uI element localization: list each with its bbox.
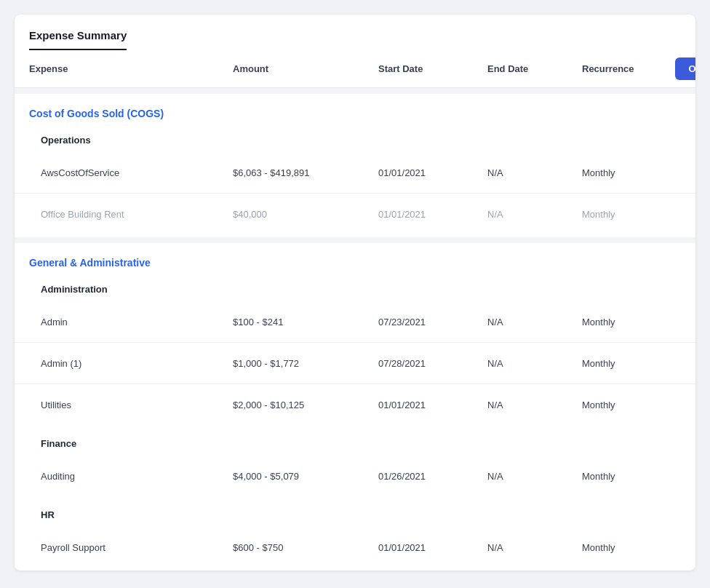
table-header: Expense Amount Start Date End Date Recur… [15,50,695,88]
recurrence: Monthly [582,317,695,327]
table-row: Payroll Support $600 - $750 01/01/2021 N… [15,527,695,568]
amount: $600 - $750 [233,542,378,553]
amount: $2,000 - $10,125 [233,400,378,410]
recurrence: Monthly [582,471,695,482]
expense-name: Office Building Rent [29,209,233,220]
hr-header: HR [15,499,695,527]
amount: $40,000 [233,209,378,220]
expense-name: Auditing [29,471,233,482]
table-row: Admin $100 - $241 07/23/2021 N/A Monthly… [15,301,695,343]
subcategory-administration: Administration Admin $100 - $241 07/23/2… [15,274,695,425]
finance-title: Finance [41,438,76,449]
end-date: N/A [487,317,582,327]
category-ga: General & Administrative Administration … [15,243,695,568]
amount: $1,000 - $1,772 [233,358,378,369]
start-date: 01/01/2021 [378,542,487,553]
recurrence: Monthly [582,358,695,369]
ga-title: General & Administrative [29,257,151,269]
cogs-title: Cost of Goods Sold (COGS) [29,108,164,119]
start-date: 01/01/2021 [378,400,487,410]
expense-summary-card: Expense Summary Expense Amount Start Dat… [15,15,695,571]
subcategory-hr: HR Payroll Support $600 - $750 01/01/202… [15,499,695,568]
table-row: Utilities $2,000 - $10,125 01/01/2021 N/… [15,384,695,425]
section-divider-ga [15,237,695,243]
table-row: AwsCostOfService $6,063 - $419,891 01/01… [15,152,695,194]
amount: $4,000 - $5,079 [233,471,378,482]
hr-title: HR [41,509,55,520]
table-row: Auditing $4,000 - $5,079 01/26/2021 N/A … [15,456,695,496]
start-date: 01/01/2021 [378,209,487,220]
card-header: Expense Summary [15,15,695,50]
end-date: N/A [487,471,582,482]
recurrence: Monthly [582,209,695,220]
recurrence: Monthly [582,542,695,553]
operations-header: Operations [15,124,695,152]
subcategory-operations: Operations AwsCostOfService $6,063 - $41… [15,124,695,234]
end-date: N/A [487,542,582,553]
end-date: N/A [487,400,582,410]
operations-title: Operations [41,135,91,146]
administration-header: Administration [15,274,695,301]
ga-header: General & Administrative [15,243,695,274]
finance-header: Finance [15,428,695,456]
amount: $100 - $241 [233,317,378,327]
col-start-date: Start Date [378,63,487,74]
subcategory-finance: Finance Auditing $4,000 - $5,079 01/26/2… [15,428,695,496]
expense-name: Admin [29,317,233,327]
section-divider-top [15,88,695,94]
start-date: 07/23/2021 [378,317,487,327]
table-row: Office Building Rent $40,000 01/01/2021 … [15,194,695,234]
organize-button[interactable]: Organize [675,57,695,80]
administration-title: Administration [41,284,108,295]
amount: $6,063 - $419,891 [233,167,378,178]
end-date: N/A [487,358,582,369]
end-date: N/A [487,167,582,178]
expense-name: Payroll Support [29,542,233,553]
start-date: 07/28/2021 [378,358,487,369]
expense-name: Admin (1) [29,358,233,369]
col-amount: Amount [233,63,378,74]
table-row: Admin (1) $1,000 - $1,772 07/28/2021 N/A… [15,343,695,384]
start-date: 01/26/2021 [378,471,487,482]
col-expense: Expense [29,63,233,74]
category-cogs: Cost of Goods Sold (COGS) Operations Aws… [15,94,695,234]
col-end-date: End Date [487,63,582,74]
recurrence: Monthly [582,400,695,410]
expense-name: Utilities [29,400,233,410]
expense-name: AwsCostOfService [29,167,233,178]
start-date: 01/01/2021 [378,167,487,178]
cogs-header: Cost of Goods Sold (COGS) [15,94,695,124]
end-date: N/A [487,209,582,220]
recurrence: Monthly [582,167,695,178]
card-title: Expense Summary [29,29,127,50]
